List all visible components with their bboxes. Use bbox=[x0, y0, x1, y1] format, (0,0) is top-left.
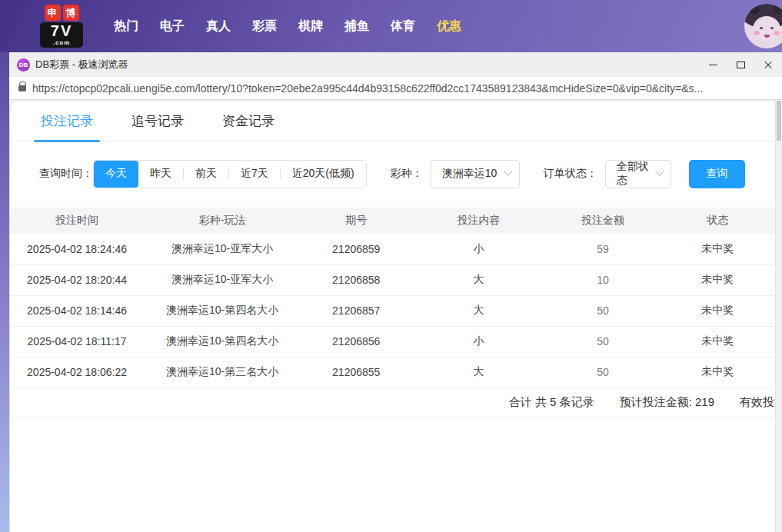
nav-item-promo[interactable]: 优惠 bbox=[437, 18, 461, 35]
minimize-button[interactable] bbox=[699, 52, 727, 77]
order-status-value: 全部状态 bbox=[617, 160, 657, 188]
cell-issue-number: 21206859 bbox=[301, 234, 411, 264]
cell-status: 未中奖 bbox=[661, 357, 775, 387]
cell-issue-number: 21206857 bbox=[301, 295, 411, 326]
window-controls bbox=[699, 52, 782, 77]
site-logo[interactable]: 申 博 7V .com bbox=[37, 5, 86, 48]
cell-lottery-play: 澳洲幸运10-第四名大小 bbox=[144, 295, 301, 326]
summary-estimated-amount: 预计投注金额: 219 bbox=[620, 395, 714, 410]
nav-item-slots[interactable]: 电子 bbox=[160, 18, 185, 35]
header-bet-amount: 投注金额 bbox=[545, 208, 660, 234]
cell-issue-number: 21206858 bbox=[301, 264, 411, 295]
cell-bet-time: 2025-04-02 18:14:46 bbox=[10, 295, 144, 326]
avatar-face bbox=[753, 16, 780, 42]
logo-chip-bo: 博 bbox=[63, 5, 79, 21]
logo-chip-shen: 申 bbox=[45, 5, 61, 21]
time-option-yesterday[interactable]: 昨天 bbox=[138, 161, 183, 188]
close-button[interactable] bbox=[754, 52, 782, 77]
order-status-label: 订单状态： bbox=[544, 167, 597, 181]
avatar-blush-left bbox=[754, 31, 760, 35]
cell-status: 未中奖 bbox=[661, 295, 775, 326]
nav-item-lottery[interactable]: 彩票 bbox=[252, 18, 277, 35]
nav-item-hot[interactable]: 热门 bbox=[114, 18, 138, 35]
window-titlebar[interactable]: DB DB彩票 - 极速浏览器 bbox=[9, 52, 782, 77]
header-bet-content: 投注内容 bbox=[411, 208, 545, 234]
record-tabs: 投注记录 追号记录 资金记录 bbox=[10, 101, 775, 141]
cell-status: 未中奖 bbox=[661, 264, 775, 295]
avatar-eye-left bbox=[760, 27, 763, 29]
bet-records-table: 投注时间 彩种-玩法 期号 投注内容 投注金额 状态 2025-04-02 18… bbox=[10, 208, 775, 388]
main-nav: 热门 电子 真人 彩票 棋牌 捕鱼 体育 优惠 bbox=[114, 18, 461, 35]
cell-bet-amount: 50 bbox=[545, 357, 660, 387]
cell-bet-time: 2025-04-02 18:06:22 bbox=[10, 357, 144, 387]
lottery-type-value: 澳洲幸运10 bbox=[442, 167, 497, 181]
cell-lottery-play: 澳洲幸运10-第四名大小 bbox=[144, 326, 301, 357]
header-bet-time: 投注时间 bbox=[10, 208, 144, 234]
tab-fund-records[interactable]: 资金记录 bbox=[222, 101, 275, 141]
cell-bet-amount: 50 bbox=[545, 295, 660, 326]
table-header-row: 投注时间 彩种-玩法 期号 投注内容 投注金额 状态 bbox=[10, 208, 775, 234]
header-status: 状态 bbox=[661, 208, 775, 234]
tab-chase-records[interactable]: 追号记录 bbox=[131, 101, 184, 141]
url-text[interactable]: https://ctopcp02pcali.uengi5e.com/lotter… bbox=[32, 82, 703, 95]
summary-row: 合计 共 5 条记录 预计投注金额: 219 有效投注 bbox=[10, 387, 782, 418]
table-row: 2025-04-02 18:14:46 澳洲幸运10-第四名大小 2120685… bbox=[10, 295, 775, 326]
header-issue-number: 期号 bbox=[301, 208, 411, 234]
time-range-group: 今天 昨天 前天 近7天 近20天(低频) bbox=[93, 160, 367, 188]
table-row: 2025-04-02 18:06:22 澳洲幸运10-第三名大小 2120685… bbox=[10, 357, 775, 387]
logo-7v-text: 7V bbox=[44, 23, 79, 39]
logo-chips: 申 博 bbox=[45, 5, 79, 21]
table-row: 2025-04-02 18:24:46 澳洲幸运10-亚军大小 21206859… bbox=[10, 234, 775, 264]
cell-bet-time: 2025-04-02 18:24:46 bbox=[10, 234, 144, 264]
avatar-hair-bun-left bbox=[749, 5, 760, 14]
time-option-last-20-days[interactable]: 近20天(低频) bbox=[281, 161, 366, 188]
logo-com-text: .com bbox=[44, 39, 79, 46]
cell-bet-content: 大 bbox=[411, 295, 545, 326]
cell-bet-amount: 10 bbox=[545, 264, 660, 295]
avatar-hair-bun-right bbox=[774, 5, 782, 14]
lock-icon bbox=[18, 85, 26, 91]
top-nav-bar: 申 博 7V .com 热门 电子 真人 彩票 棋牌 捕鱼 体育 优惠 bbox=[0, 0, 782, 52]
cell-bet-amount: 50 bbox=[545, 326, 660, 357]
lottery-type-select[interactable]: 澳洲幸运10 bbox=[431, 160, 520, 188]
lottery-type-label: 彩种： bbox=[391, 167, 423, 181]
table-row: 2025-04-02 18:20:44 澳洲幸运10-亚军大小 21206858… bbox=[10, 264, 775, 295]
maximize-icon bbox=[737, 62, 745, 68]
summary-total-records: 合计 共 5 条记录 bbox=[509, 395, 594, 410]
minimize-icon bbox=[709, 65, 717, 65]
nav-item-fishing[interactable]: 捕鱼 bbox=[344, 18, 369, 35]
scrollbar-thumb[interactable] bbox=[777, 101, 781, 141]
avatar-blush-right bbox=[774, 31, 780, 35]
avatar-eye-right bbox=[770, 27, 774, 29]
nav-item-sports[interactable]: 体育 bbox=[391, 18, 415, 35]
table-row: 2025-04-02 18:11:17 澳洲幸运10-第四名大小 2120685… bbox=[10, 326, 775, 357]
browser-window: DB DB彩票 - 极速浏览器 https://ctopcp02pcali.ue… bbox=[9, 52, 782, 532]
cell-status: 未中奖 bbox=[661, 234, 775, 264]
cell-issue-number: 21206856 bbox=[301, 326, 411, 357]
cell-bet-content: 大 bbox=[411, 357, 545, 387]
close-icon bbox=[764, 60, 773, 69]
order-status-select[interactable]: 全部状态 bbox=[605, 160, 671, 188]
cell-bet-content: 大 bbox=[411, 264, 545, 295]
time-option-last-7-days[interactable]: 近7天 bbox=[229, 161, 280, 188]
time-option-today[interactable]: 今天 bbox=[94, 161, 138, 188]
nav-item-live[interactable]: 真人 bbox=[206, 18, 231, 35]
cell-bet-amount: 59 bbox=[545, 234, 660, 264]
logo-main-block: 7V .com bbox=[40, 22, 83, 48]
page-content: 投注记录 追号记录 资金记录 查询时间： 今天 昨天 前天 近7天 近20天(低… bbox=[9, 101, 775, 532]
cell-status: 未中奖 bbox=[661, 326, 775, 357]
cell-bet-time: 2025-04-02 18:11:17 bbox=[10, 326, 144, 357]
maximize-button[interactable] bbox=[727, 52, 754, 77]
nav-item-cards[interactable]: 棋牌 bbox=[298, 18, 323, 35]
cell-lottery-play: 澳洲幸运10-第三名大小 bbox=[144, 357, 301, 387]
time-option-day-before[interactable]: 前天 bbox=[184, 161, 228, 188]
cell-bet-time: 2025-04-02 18:20:44 bbox=[10, 264, 144, 295]
address-bar[interactable]: https://ctopcp02pcali.uengi5e.com/lotter… bbox=[9, 77, 782, 100]
cell-bet-content: 小 bbox=[411, 326, 545, 357]
user-avatar[interactable] bbox=[744, 4, 782, 48]
tab-bet-records[interactable]: 投注记录 bbox=[41, 101, 93, 141]
query-button[interactable]: 查询 bbox=[689, 160, 745, 188]
vertical-scrollbar[interactable] bbox=[775, 101, 782, 532]
header-lottery-play: 彩种-玩法 bbox=[144, 208, 301, 234]
browser-favicon-icon: DB bbox=[17, 58, 30, 71]
